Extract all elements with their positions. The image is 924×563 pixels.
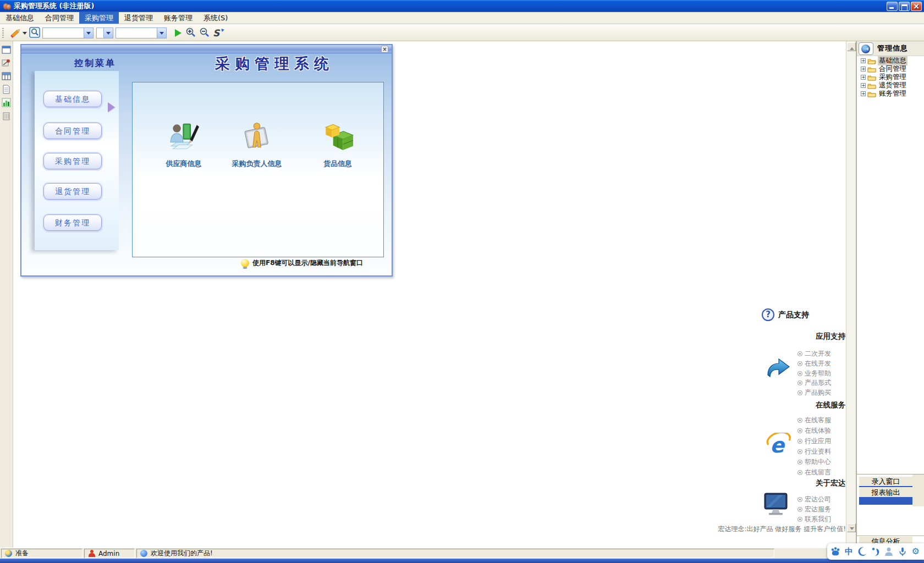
bullet-icon: [798, 361, 802, 366]
menu-item-system[interactable]: 系统(S): [198, 12, 233, 24]
support-link[interactable]: 帮助中心: [798, 457, 831, 467]
management-panel: 管理信息 基础信息 合同管理 采购管理 退货管理: [856, 41, 924, 548]
support-link-label: 联系我们: [805, 515, 831, 524]
moon-icon[interactable]: [857, 547, 867, 556]
control-menu-title: 控制菜单: [54, 58, 136, 69]
expand-icon[interactable]: [861, 67, 866, 71]
support-link[interactable]: 在线开发: [798, 359, 831, 368]
selected-row[interactable]: [859, 497, 912, 505]
menu-item-returns[interactable]: 退货管理: [119, 12, 158, 24]
open-folder-icon: [867, 58, 876, 64]
menu-bar: 基础信息 合同管理 采购管理 退货管理 账务管理 系统(S): [0, 12, 924, 24]
support-link-label: 帮助中心: [805, 457, 831, 467]
support-link-label: 在线客服: [805, 416, 831, 425]
support-link[interactable]: 产品形式: [798, 378, 831, 388]
sql-tool-icon[interactable]: [213, 27, 223, 38]
combo-dropdown-icon[interactable]: [157, 28, 166, 38]
taskbar-strip: [0, 559, 924, 563]
microphone-icon[interactable]: [898, 547, 908, 556]
navigator-titlebar[interactable]: [21, 45, 392, 53]
application-window: 采购管理系统 (非注册版) 基础信息 合同管理 采购管理 退货管理 账务管理 系…: [0, 0, 924, 563]
table-icon[interactable]: [2, 71, 11, 81]
support-link[interactable]: 业务帮助: [798, 369, 831, 378]
gear-icon[interactable]: [911, 547, 921, 556]
navigator-dialog: 控制菜单 采购管理系统 基础信息 合同管理 采购管理 退货管理 财务管理: [20, 44, 393, 277]
vertical-scrollbar[interactable]: [846, 41, 856, 548]
menu-item-contract[interactable]: 合同管理: [40, 12, 79, 24]
support-link[interactable]: 宏达公司: [798, 495, 831, 504]
launch-buyer-info[interactable]: 采购负责人信息: [223, 120, 291, 169]
tree-item-returns[interactable]: 退货管理: [857, 81, 924, 90]
product-support-title: 产品支持: [778, 310, 809, 320]
expand-icon[interactable]: [861, 75, 866, 80]
close-button[interactable]: [911, 2, 922, 11]
document-icon[interactable]: [2, 85, 11, 94]
tree-item-contract[interactable]: 合同管理: [857, 65, 924, 73]
support-link[interactable]: 行业应用: [798, 437, 831, 446]
combo-dropdown-icon[interactable]: [84, 28, 93, 38]
filter-combo-2[interactable]: [96, 27, 113, 38]
comma-mode-icon[interactable]: [871, 547, 881, 556]
zoom-out-icon[interactable]: [199, 27, 211, 38]
nav-button-contract[interactable]: 合同管理: [43, 123, 102, 139]
scroll-down-icon[interactable]: [847, 523, 856, 532]
tree-item-label[interactable]: 账务管理: [878, 89, 908, 98]
support-link[interactable]: 在线客服: [798, 416, 831, 425]
combo-dropdown-icon[interactable]: [103, 28, 113, 38]
expand-icon[interactable]: [861, 58, 866, 63]
status-ready-text: 准备: [15, 549, 29, 558]
launch-panel: 供应商信息 采购负责人信息: [132, 82, 384, 257]
paw-icon[interactable]: [831, 547, 840, 556]
launch-goods-info[interactable]: 货品信息: [304, 120, 372, 169]
chart-icon[interactable]: [2, 98, 11, 107]
nav-button-returns[interactable]: 退货管理: [43, 183, 102, 200]
minimize-button[interactable]: [887, 2, 898, 11]
panel-header-icon[interactable]: [859, 42, 873, 55]
pencil-dropdown-caret[interactable]: [23, 32, 27, 37]
clipboard-icon[interactable]: [2, 111, 11, 120]
restore-button[interactable]: [899, 2, 910, 11]
tree-item-purchase[interactable]: 采购管理: [857, 73, 924, 81]
nav-button-base-info[interactable]: 基础信息: [43, 91, 102, 107]
navigator-close-icon[interactable]: [381, 46, 388, 53]
support-link[interactable]: 行业资料: [798, 447, 831, 456]
design-icon[interactable]: [2, 58, 11, 68]
support-link-label: 在线体验: [805, 426, 831, 435]
filter-combo-3[interactable]: [116, 27, 167, 38]
expand-icon[interactable]: [861, 83, 866, 88]
nav-button-purchase[interactable]: 采购管理: [43, 153, 102, 169]
filter-combo-1[interactable]: [42, 27, 94, 38]
support-link[interactable]: 二次开发: [798, 349, 831, 358]
support-link[interactable]: 联系我们: [798, 515, 831, 524]
support-link[interactable]: 宏达服务: [798, 505, 831, 514]
window-icon[interactable]: [2, 45, 11, 54]
window-title: 采购管理系统 (非注册版): [14, 1, 94, 11]
support-link[interactable]: 产品购买: [798, 388, 831, 398]
entry-window-button[interactable]: 录入窗口: [859, 477, 912, 486]
menu-item-purchase[interactable]: 采购管理: [79, 12, 119, 24]
management-panel-title: 管理信息: [877, 43, 908, 53]
support-link-label: 在线留言: [805, 468, 831, 477]
menu-item-base-info[interactable]: 基础信息: [0, 12, 40, 24]
system-title: 采购管理系统: [153, 54, 395, 74]
tree-item-accounting[interactable]: 账务管理: [857, 90, 924, 98]
support-link[interactable]: 在线体验: [798, 426, 831, 435]
launch-supplier-info[interactable]: 供应商信息: [150, 120, 218, 169]
goods-icon: [322, 120, 354, 152]
execute-icon[interactable]: [175, 29, 182, 37]
nav-button-finance[interactable]: 财务管理: [43, 214, 102, 231]
status-welcome-text: 欢迎使用我们的产品!: [151, 549, 213, 558]
zoom-in-icon[interactable]: [185, 27, 197, 38]
tree-item-base-info[interactable]: 基础信息: [857, 57, 924, 65]
edit-pencil-icon[interactable]: [9, 27, 21, 39]
user-icon[interactable]: [884, 547, 894, 556]
find-icon[interactable]: [29, 27, 40, 38]
menu-item-accounting[interactable]: 账务管理: [158, 12, 198, 24]
toolbar-grip[interactable]: [2, 28, 4, 38]
ime-language-icon[interactable]: 中: [844, 547, 854, 556]
report-output-button[interactable]: 报表输出: [859, 488, 912, 497]
expand-icon[interactable]: [861, 91, 866, 96]
scroll-up-icon[interactable]: [847, 42, 856, 51]
support-link[interactable]: 在线留言: [798, 468, 831, 477]
bullet-icon: [798, 371, 802, 376]
